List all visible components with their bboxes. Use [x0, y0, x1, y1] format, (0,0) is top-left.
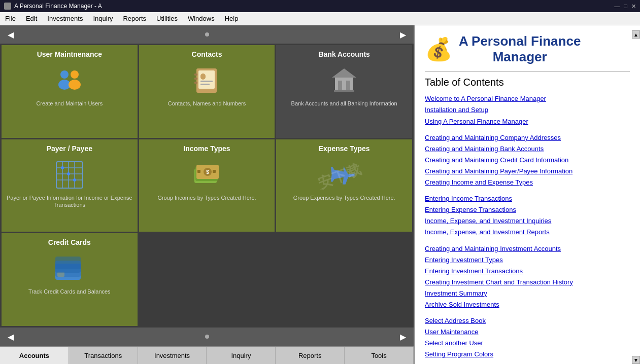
tile-contacts-desc: Contacts, Names and Numbers: [168, 100, 246, 107]
help-divider: [425, 71, 630, 71]
toc-link-archive-investments[interactable]: Archive Sold Investments: [425, 299, 630, 310]
tab-transactions[interactable]: Transactions: [69, 347, 138, 364]
tile-income-types[interactable]: Income Types $ Group Incomes by Types Cr…: [139, 139, 275, 232]
toc-link-install[interactable]: Installation and Setup: [425, 104, 630, 116]
svg-point-25: [67, 172, 70, 175]
tile-credit-cards-title: Credit Cards: [6, 238, 133, 246]
help-scroll-area[interactable]: 💰 A Personal Finance Manager Table of Co…: [415, 25, 640, 364]
tile-payer-payee[interactable]: Payer / Payee: [2, 139, 138, 232]
menu-windows[interactable]: Windows: [183, 13, 220, 24]
tab-inquiry[interactable]: Inquiry: [207, 347, 276, 364]
tile-credit-cards[interactable]: Credit Cards Track Credit Cards and Bala…: [2, 233, 138, 326]
expense-types-icon: [329, 160, 359, 190]
tile-empty-2: [276, 233, 412, 326]
toc-link-user-maintenance[interactable]: User Maintenance: [425, 326, 630, 338]
scroll-right-button[interactable]: ▶: [395, 30, 411, 40]
menu-investments[interactable]: Investments: [42, 13, 88, 24]
main-layout: ◀ ▶ User Maintnenance: [0, 25, 640, 364]
tile-expense-types-title: Expense Types: [280, 144, 408, 153]
tiles-grid: User Maintnenance Create and Maintain Us…: [0, 44, 414, 327]
toc-group-setup: Creating and Maintaining Company Address…: [425, 132, 630, 188]
tile-contacts-title: Contacts: [143, 50, 271, 58]
svg-text:$: $: [207, 169, 210, 175]
toc-link-investment-chart[interactable]: Creating Investment Chart and Transactio…: [425, 277, 630, 288]
svg-marker-12: [332, 68, 356, 78]
contacts-icon: [191, 65, 222, 96]
toc-link-entering-income[interactable]: Entering Income Transactions: [425, 193, 630, 204]
menu-file[interactable]: File: [0, 13, 21, 24]
top-scroll-nav: ◀ ▶: [0, 25, 414, 44]
scroll-left-button[interactable]: ◀: [3, 30, 18, 40]
menu-utilities[interactable]: Utilities: [151, 13, 183, 24]
toc-link-investment-types[interactable]: Entering Investment Types: [425, 254, 630, 266]
tab-investments[interactable]: Investments: [138, 347, 207, 364]
svg-point-26: [73, 178, 76, 181]
toc-link-investment-summary[interactable]: Investment Summary: [425, 288, 630, 299]
tile-user-maintenance[interactable]: User Maintnenance Create and Maintain Us…: [2, 45, 138, 138]
svg-rect-6: [200, 74, 206, 80]
tile-income-types-desc: Group Incomes by Types Created Here.: [157, 194, 256, 201]
tab-reports[interactable]: Reports: [276, 347, 345, 364]
menu-inquiry[interactable]: Inquiry: [88, 13, 118, 24]
toc-link-income-expense-types[interactable]: Creating Income and Expense Types: [425, 177, 630, 188]
svg-rect-13: [335, 78, 353, 91]
payer-payee-icon: [54, 160, 85, 190]
tile-bank-accounts-desc: Bank Accounts and all Banking Informatio…: [291, 100, 397, 107]
tile-empty-1: [139, 233, 275, 326]
toc-link-welcome[interactable]: Welcome to A Personal Finance Manager: [425, 93, 630, 104]
minimize-button[interactable]: —: [614, 3, 620, 10]
svg-rect-8: [200, 84, 210, 85]
toc-group-transactions: Entering Income Transactions Entering Ex…: [425, 193, 630, 238]
tab-accounts[interactable]: Accounts: [0, 347, 69, 364]
scroll-track-top: [18, 32, 395, 37]
tile-expense-types[interactable]: Expense Types Group Expenses by Types Cr…: [276, 139, 412, 232]
user-maintenance-icon: [54, 65, 85, 96]
title-bar-text: A Personal Finance Manager - A: [14, 3, 102, 10]
tile-contacts[interactable]: Contacts Contacts, Names and Numbers: [139, 45, 275, 138]
scroll-track-bottom: [18, 335, 395, 339]
svg-rect-7: [200, 81, 213, 82]
scrollbar-down-arrow[interactable]: ▼: [632, 356, 640, 364]
toc-link-program-colors[interactable]: Setting Program Colors: [425, 349, 630, 360]
tile-expense-types-desc: Group Expenses by Types Created Here.: [293, 194, 395, 201]
menu-edit[interactable]: Edit: [21, 13, 42, 24]
svg-rect-33: [213, 170, 216, 173]
bank-accounts-icon: [329, 65, 359, 96]
toc-link-addresses[interactable]: Creating and Maintaining Company Address…: [425, 132, 630, 143]
income-types-icon: $: [191, 160, 222, 190]
close-button[interactable]: ✕: [631, 3, 636, 10]
left-panel: ◀ ▶ User Maintnenance: [0, 25, 414, 364]
toc-link-using[interactable]: Using A Personal Finance Manager: [425, 116, 630, 127]
toc-link-payer-payee[interactable]: Creating and Maintaining Payer/Payee Inf…: [425, 166, 630, 177]
help-money-icon: 💰: [425, 36, 453, 62]
svg-point-0: [60, 70, 69, 79]
help-app-header: 💰 A Personal Finance Manager: [425, 33, 630, 65]
maximize-button[interactable]: □: [624, 3, 627, 10]
tile-credit-cards-desc: Track Credit Cards and Balances: [28, 288, 111, 295]
toc-link-credit-card[interactable]: Creating and Maintaining Credit Card Inf…: [425, 155, 630, 166]
right-help-panel: 💰 A Personal Finance Manager Table of Co…: [414, 25, 640, 364]
tile-income-types-title: Income Types: [143, 144, 271, 153]
menu-reports[interactable]: Reports: [118, 13, 151, 24]
bottom-scroll-nav: ◀ ▶: [0, 327, 414, 346]
toc-link-reports[interactable]: Income, Expense, and Investment Reports: [425, 227, 630, 238]
toc-link-address-book[interactable]: Select Address Book: [425, 315, 630, 326]
title-bar: A Personal Finance Manager - A — □ ✕: [0, 0, 640, 12]
toc-link-entering-expense[interactable]: Entering Expense Transactions: [425, 204, 630, 215]
window-controls[interactable]: — □ ✕: [614, 3, 636, 10]
tile-bank-accounts[interactable]: Bank Accounts Bank Accounts and all Bank…: [276, 45, 412, 138]
toc-link-bank-accounts[interactable]: Creating and Maintaining Bank Accounts: [425, 143, 630, 155]
toc-title: Table of Contents: [425, 77, 630, 88]
toc-link-investment-accounts[interactable]: Creating and Maintaining Investment Acco…: [425, 243, 630, 254]
tab-tools[interactable]: Tools: [345, 347, 414, 364]
app-icon: [4, 3, 11, 10]
toc-link-inquiries[interactable]: Income, Expense, and Investment Inquirie…: [425, 215, 630, 227]
svg-rect-10: [194, 78, 197, 80]
scroll-right-bottom-button[interactable]: ▶: [395, 332, 411, 342]
toc-link-investment-transactions[interactable]: Entering Investment Transactions: [425, 266, 630, 277]
scroll-left-bottom-button[interactable]: ◀: [3, 332, 18, 342]
menu-help[interactable]: Help: [220, 13, 244, 24]
svg-rect-38: [55, 257, 81, 273]
toc-link-select-user[interactable]: Select another User: [425, 338, 630, 349]
scrollbar-up-arrow[interactable]: ▲: [632, 30, 640, 39]
